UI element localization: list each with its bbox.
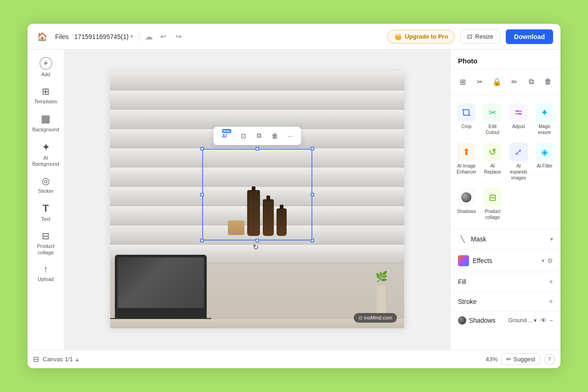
magic-eraser-label: Magic eraser	[534, 123, 555, 135]
effects-left: Effects	[458, 255, 492, 266]
effects-settings-icon[interactable]: ⚙	[547, 257, 553, 264]
sidebar-item-background[interactable]: ▦ Background	[30, 109, 62, 136]
float-copy-button[interactable]: ⧉	[252, 129, 266, 143]
filename-arrow: ▾	[130, 34, 133, 39]
float-delete-button[interactable]: 🗑	[267, 129, 282, 143]
shadows-icon	[457, 188, 475, 207]
sidebar-item-sticker[interactable]: ◎ Sticker	[30, 172, 62, 198]
layers-icon[interactable]: ⊟	[33, 355, 39, 364]
tool-product-collage[interactable]: ⊟ Product collage	[481, 185, 505, 223]
shadow-dropdown[interactable]: Ground ... ▾	[508, 317, 536, 324]
tool-edit-cutout[interactable]: ✂ Edit Cutout	[481, 101, 505, 138]
panel-duplicate-button[interactable]: ⧉	[523, 73, 539, 90]
sidebar-item-label-add: Add	[41, 72, 51, 78]
effects-label: Effects	[473, 257, 492, 264]
download-button[interactable]: Download	[506, 29, 553, 44]
upgrade-button[interactable]: 👑 Upgrade to Pro	[387, 30, 455, 44]
laptop-screen	[118, 258, 204, 308]
files-link[interactable]: Files	[55, 33, 69, 40]
sidebar-item-text[interactable]: T Text	[30, 199, 62, 226]
sidebar-item-ai-background[interactable]: ✦ AI Background	[30, 138, 62, 171]
tool-ai-replace[interactable]: ↺ AI Replace	[481, 140, 505, 184]
sidebar-item-add[interactable]: + Add	[30, 53, 62, 81]
fill-add-icon[interactable]: +	[549, 278, 553, 286]
handle-bottom-left[interactable]	[200, 239, 204, 242]
shadows-right: Ground ... ▾ 👁 −	[508, 317, 553, 324]
adjust-label: Adjust	[512, 123, 525, 129]
tool-ai-filter[interactable]: ◈ AI Filter	[532, 140, 557, 184]
resize-button[interactable]: ⊡ Resize	[460, 29, 500, 44]
ai-replace-icon: ↺	[483, 143, 502, 161]
handle-bottom-center[interactable]	[255, 239, 259, 242]
tool-ai-image-enhancer[interactable]: ⬆ AI Image Enhancer	[454, 140, 479, 184]
ai-float-button[interactable]: AI New	[217, 129, 232, 143]
shadow-minus-icon[interactable]: −	[549, 317, 553, 324]
tool-ai-expands[interactable]: ⤢ AI expands images	[507, 140, 531, 184]
ai-expands-icon: ⤢	[509, 143, 528, 161]
tool-magic-eraser[interactable]: ✦ Magic eraser	[532, 101, 557, 138]
handle-mid-right[interactable]	[311, 193, 314, 196]
blind-slat	[110, 110, 404, 129]
handle-top-center[interactable]	[255, 147, 259, 151]
adjust-icon	[509, 103, 528, 122]
home-button[interactable]: 🏠	[35, 29, 50, 44]
fill-row[interactable]: Fill +	[451, 272, 560, 292]
selection-box[interactable]: AI New ⊡ ⧉ 🗑 ···	[202, 149, 312, 241]
suggest-button[interactable]: ✏ Suggest	[501, 353, 540, 365]
rotation-handle[interactable]: ↻	[253, 243, 259, 252]
stroke-add-icon[interactable]: +	[549, 297, 553, 306]
shadows-left: Shadows	[458, 316, 496, 325]
edit-cutout-label: Edit Cutout	[482, 123, 503, 135]
help-button[interactable]: ?	[544, 354, 555, 365]
blind-slat	[110, 71, 404, 90]
float-crop-button[interactable]: ⊡	[236, 129, 251, 143]
undo-button[interactable]: ↩	[158, 30, 168, 43]
float-divider	[234, 131, 234, 140]
blind-slat	[110, 90, 404, 110]
panel-delete-button[interactable]: 🗑	[540, 73, 556, 90]
cloud-save-icon[interactable]: ☁	[145, 32, 153, 42]
upgrade-label: Upgrade to Pro	[405, 33, 448, 40]
panel-layers-button[interactable]: ⊞	[455, 73, 471, 90]
shadows-label: Shadows	[457, 208, 476, 214]
sidebar-item-product-collage[interactable]: ⊟ Product collage	[30, 227, 62, 259]
sidebar-item-upload[interactable]: ↑ Upload	[30, 260, 62, 286]
sidebar-item-label-product-collage: Product collage	[33, 243, 59, 255]
handle-top-right[interactable]	[311, 147, 314, 151]
handle-bottom-right[interactable]	[311, 239, 314, 242]
tool-adjust[interactable]: Adjust	[507, 101, 531, 138]
handle-mid-left[interactable]	[200, 193, 204, 196]
svg-point-5	[516, 110, 518, 112]
sidebar-item-label-text: Text	[41, 216, 50, 222]
panel-rename-button[interactable]: ✏	[506, 73, 522, 90]
panel-title: Photo	[451, 50, 560, 69]
suggest-icon: ✏	[506, 356, 511, 363]
product-collage-icon: ⊟	[483, 188, 502, 207]
mask-chevron-icon: ▾	[550, 236, 553, 242]
mask-accordion-header[interactable]: ╲ Mask ▾	[451, 229, 560, 249]
upload-icon: ↑	[44, 264, 48, 274]
shadow-visibility-icon[interactable]: 👁	[540, 317, 547, 324]
text-icon: T	[43, 202, 49, 214]
tool-crop[interactable]: Crop	[454, 101, 479, 138]
panel-cutout-button[interactable]: ✂	[472, 73, 488, 90]
ai-filter-icon: ◈	[536, 143, 554, 161]
panel-lock-button[interactable]: 🔒	[489, 73, 505, 90]
filename-dropdown[interactable]: 1715911695745(1) ▾	[74, 33, 133, 40]
shadow-icons: 👁 −	[540, 317, 553, 324]
tool-shadows[interactable]: Shadows	[454, 185, 479, 223]
ai-filter-label: AI Filter	[537, 163, 552, 169]
canvas-info-up-arrow[interactable]: ▲	[75, 357, 80, 362]
float-more-button[interactable]: ···	[283, 129, 298, 143]
effects-accordion-header[interactable]: Effects ▾ ⚙	[451, 250, 560, 272]
mask-right: ▾	[550, 236, 553, 242]
effects-right: ▾ ⚙	[542, 257, 553, 264]
canvas-area[interactable]: 🌿 AI New ⊡	[64, 50, 450, 350]
redo-button[interactable]: ↪	[174, 30, 183, 43]
stroke-row[interactable]: Stroke +	[451, 292, 560, 312]
handle-top-left[interactable]	[200, 147, 204, 151]
sidebar-item-templates[interactable]: ⊞ Templates	[30, 82, 62, 108]
sidebar-item-label-templates: Templates	[34, 99, 57, 105]
background-icon: ▦	[41, 113, 51, 125]
resize-icon: ⊡	[467, 33, 472, 40]
